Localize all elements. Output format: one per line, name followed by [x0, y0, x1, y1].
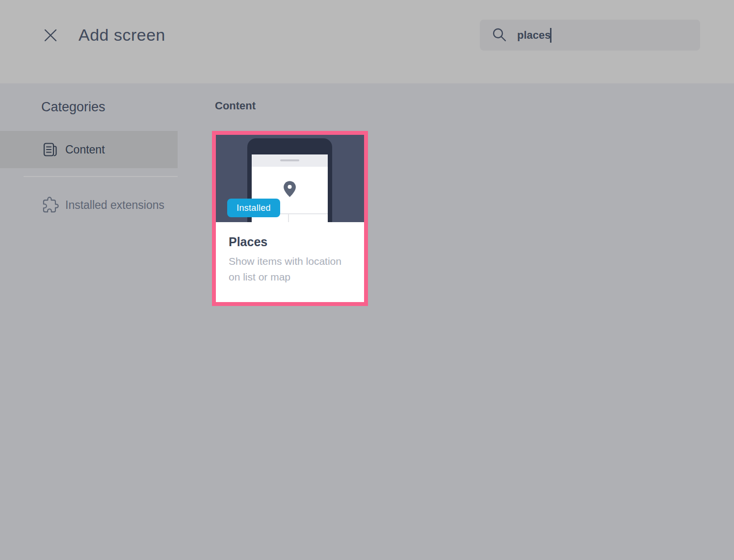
phone-speaker	[280, 159, 299, 161]
close-button[interactable]	[42, 27, 59, 44]
sidebar-item-label: Installed extensions	[65, 199, 164, 212]
installed-badge: Installed	[227, 199, 280, 217]
sidebar-divider	[24, 176, 178, 177]
content-icon	[42, 142, 59, 157]
modal-header: Add screen	[0, 0, 734, 83]
map-pin-icon	[283, 180, 296, 200]
card-body: Places Show items with location on list …	[216, 222, 364, 285]
sidebar-item-content[interactable]: Content	[0, 131, 178, 168]
section-heading: Content	[215, 100, 256, 112]
places-card[interactable]: Installed Places Show items with locatio…	[216, 135, 364, 302]
close-icon	[43, 28, 58, 43]
phone-topbar	[252, 154, 328, 167]
sidebar-item-installed-extensions[interactable]: Installed extensions	[0, 186, 178, 224]
search-icon	[492, 27, 507, 43]
puzzle-icon	[42, 197, 59, 213]
card-description: Show items with location on list or map	[229, 254, 352, 285]
card-thumbnail: Installed	[216, 135, 364, 222]
sidebar-heading: Categories	[41, 100, 105, 115]
highlight-ring: Installed Places Show items with locatio…	[212, 131, 368, 306]
search-box[interactable]	[480, 20, 700, 51]
page-title: Add screen	[79, 25, 165, 45]
map-grid-line	[288, 214, 289, 222]
sidebar-item-label: Content	[65, 143, 105, 156]
text-caret	[550, 28, 551, 43]
card-title: Places	[229, 235, 351, 249]
search-input[interactable]	[512, 20, 694, 51]
